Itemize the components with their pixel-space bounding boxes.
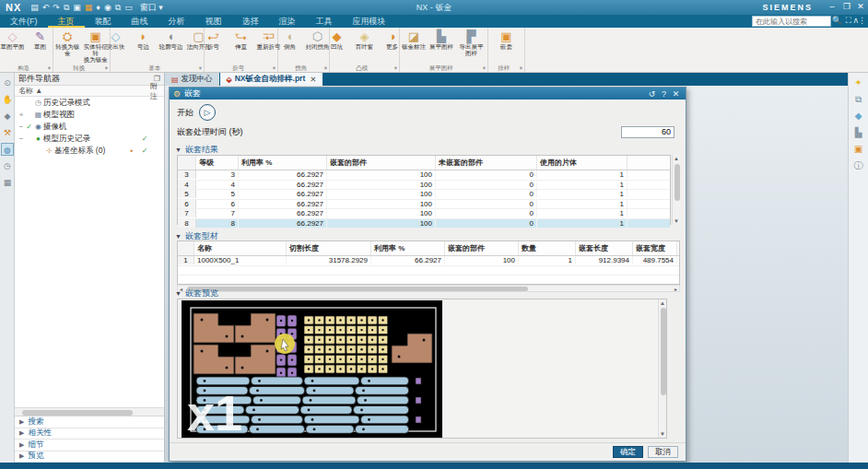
nesting-icon[interactable]: ▣: [851, 143, 866, 156]
copy-icon[interactable]: ⧉: [64, 3, 69, 12]
constraint-navigator-icon[interactable]: ✋: [1, 93, 14, 106]
restore-button[interactable]: ❐: [840, 2, 853, 11]
table-row[interactable]: 6666.292710001: [178, 200, 670, 210]
reuse-library-icon[interactable]: ⚒: [1, 126, 14, 139]
ribbon-button-导出展平图样[interactable]: ▛导出展平图样: [455, 29, 487, 56]
search-icon[interactable]: 🔍: [832, 16, 842, 25]
navigator-section-相关性[interactable]: ▶相关性: [15, 428, 164, 440]
table-row[interactable]: 5566.292710001: [178, 190, 670, 200]
expander-icon[interactable]: −: [18, 135, 25, 143]
navigator-hscrollbar[interactable]: [15, 407, 164, 416]
time-input[interactable]: [621, 126, 674, 138]
ribbon-button-草图[interactable]: ✎草图: [27, 29, 54, 50]
ribbon-button-凹坑[interactable]: ◆凹坑: [323, 29, 351, 50]
table-row[interactable]: 4466.292710001: [178, 181, 670, 191]
dialog-help-icon[interactable]: ?: [658, 89, 670, 99]
switch-window-icon[interactable]: ⧉: [115, 3, 121, 12]
paste-icon[interactable]: ▣: [73, 3, 81, 12]
menu-渲染[interactable]: 渲染: [269, 17, 306, 26]
dialog-titlebar[interactable]: ⚙ 嵌套 ↺ ? ✕: [170, 88, 686, 100]
part-navigator-icon[interactable]: ◆: [1, 110, 14, 123]
node-icon: ▦: [33, 111, 43, 119]
check-icon[interactable]: ✓: [25, 123, 33, 131]
menu-分析[interactable]: 分析: [158, 17, 195, 26]
assembly-navigator-icon[interactable]: ⊙: [1, 76, 14, 89]
menu-视图[interactable]: 视图: [195, 17, 232, 26]
tree-item-模型历史记录[interactable]: −●模型历史记录✓: [15, 133, 164, 145]
help-menu-icon[interactable]: ⋮: [858, 16, 866, 25]
quick-access-toolbar: ▤↶↷⧉▣▦♦◉⧉▭: [29, 2, 134, 13]
flat-pattern-icon[interactable]: ▙: [851, 126, 866, 139]
dialog-reset-icon[interactable]: ↺: [646, 89, 658, 99]
save-icon[interactable]: ▤: [30, 3, 39, 12]
dialog-close-icon[interactable]: ✕: [670, 89, 682, 99]
ribbon-group-排样: ▣嵌套排样 ▾: [488, 28, 525, 72]
redo-icon[interactable]: ↷: [53, 3, 60, 12]
results-table-vscrollbar[interactable]: ▲ ▼: [672, 155, 680, 225]
tree-item-基准坐标系 (0)[interactable]: ⊹基准坐标系 (0)▪✓: [15, 145, 164, 157]
navigator-section-搜索[interactable]: ▶搜索: [15, 416, 164, 428]
cancel-button[interactable]: 取消: [648, 446, 678, 458]
table-row[interactable]: 11000X500_131578.292966.29271001912.9394…: [178, 256, 679, 266]
ribbon-button-折弯[interactable]: ⮐折弯: [200, 29, 228, 50]
node-icon: ◷: [33, 99, 43, 107]
ribbon-button-伸直[interactable]: ⮑伸直: [228, 29, 255, 50]
ok-button[interactable]: 确定: [613, 446, 643, 458]
mic-icon[interactable]: ♦: [96, 3, 100, 12]
ribbon-button-嵌套[interactable]: ▣嵌套: [493, 29, 521, 50]
profiles-table[interactable]: 名称切割长度利用率 %嵌套的部件数量嵌套长度嵌套宽度11000X500_1315…: [177, 240, 680, 285]
results-table[interactable]: 等级利用率 %嵌套的部件未嵌套的部件使用的片体3366.292710001446…: [177, 155, 671, 225]
solid-tool-icon[interactable]: ◆: [851, 110, 866, 123]
ribbon-button-倒角[interactable]: ◖倒角: [276, 29, 304, 50]
web-browser-icon[interactable]: ◍: [1, 143, 14, 156]
navigator-section-预览[interactable]: ▶预览: [15, 451, 164, 463]
table-row[interactable]: 8866.292710001: [178, 219, 670, 229]
expander-icon[interactable]: +: [18, 111, 25, 119]
minimize-button[interactable]: –: [826, 2, 839, 11]
undo-icon[interactable]: ↶: [42, 3, 50, 12]
tree-item-历史记录模式[interactable]: ◷历史记录模式: [15, 97, 164, 109]
preview-canvas[interactable]: x1: [182, 300, 442, 438]
menu-装配[interactable]: 装配: [85, 17, 122, 26]
ribbon-button-突出块[interactable]: ◇突出块: [102, 29, 130, 50]
discover-star-icon[interactable]: ✦: [851, 76, 866, 89]
ribbon-button-弯边[interactable]: ◗弯边: [130, 29, 158, 50]
ribbon-button-百叶窗[interactable]: ◈百叶窗: [351, 29, 379, 50]
layout-icon[interactable]: ▭: [124, 3, 133, 12]
ribbon-button-展平图样[interactable]: ▙展平图样: [428, 29, 455, 50]
preview-vscrollbar[interactable]: ▲ ▼: [658, 299, 666, 438]
command-search-input[interactable]: [752, 16, 831, 27]
start-button[interactable]: ▷: [199, 104, 216, 121]
tab-close-icon[interactable]: ✕: [310, 75, 316, 84]
part-navigator-panel: 部件导航器 ❐ 名称 ▲ 附注 ◷历史记录模式+▦模型视图−✓◉摄像机−●模型历…: [15, 73, 165, 463]
menu-文件(F)[interactable]: 文件(F): [0, 17, 48, 26]
touch-mode-icon[interactable]: ▦: [85, 3, 93, 12]
navigator-section-细节[interactable]: ▶细节: [15, 440, 164, 451]
close-button[interactable]: ✕: [854, 2, 867, 11]
menu-工具[interactable]: 工具: [306, 17, 343, 26]
info-icon[interactable]: ⓘ: [851, 159, 866, 172]
tree-item-摄像机[interactable]: −✓◉摄像机: [15, 121, 164, 133]
ribbon-button-草图平面[interactable]: ◇草图平面: [0, 29, 27, 50]
fullscreen-icon[interactable]: ⛶: [846, 16, 851, 26]
tree-item-模型视图[interactable]: +▦模型视图: [15, 109, 164, 121]
ribbon-button-轮廓弯边[interactable]: ◖轮廓弯边: [158, 29, 185, 50]
table-row[interactable]: 3366.292710001: [178, 170, 670, 181]
export-part-icon[interactable]: ⧉: [851, 93, 866, 106]
profiles-table-hscrollbar[interactable]: ◂ ▸: [177, 285, 680, 292]
capture-icon[interactable]: ◉: [104, 3, 111, 12]
history-icon[interactable]: ◷: [1, 159, 14, 172]
tab-发现中心[interactable]: ▤发现中心: [165, 73, 219, 86]
column-name[interactable]: 名称 ▲: [18, 86, 122, 96]
window-menu[interactable]: 窗口 ▾: [136, 2, 167, 13]
menu-选择[interactable]: 选择: [232, 17, 269, 26]
menu-曲线[interactable]: 曲线: [122, 17, 158, 26]
menu-应用模块[interactable]: 应用模块: [343, 17, 396, 26]
ribbon-button-转换为钣金[interactable]: ⛭转换为钣金: [53, 29, 82, 56]
menu-主页[interactable]: 主页: [48, 17, 85, 28]
tab-NX钣金自动排样.prt[interactable]: ⬙NX钣金自动排样.prt✕: [220, 73, 323, 86]
table-row[interactable]: 7766.292710001: [178, 209, 670, 219]
roles-icon[interactable]: ▦: [1, 176, 14, 189]
expander-icon[interactable]: −: [18, 123, 25, 131]
ribbon-button-钣金标注[interactable]: ◪钣金标注: [400, 29, 428, 50]
